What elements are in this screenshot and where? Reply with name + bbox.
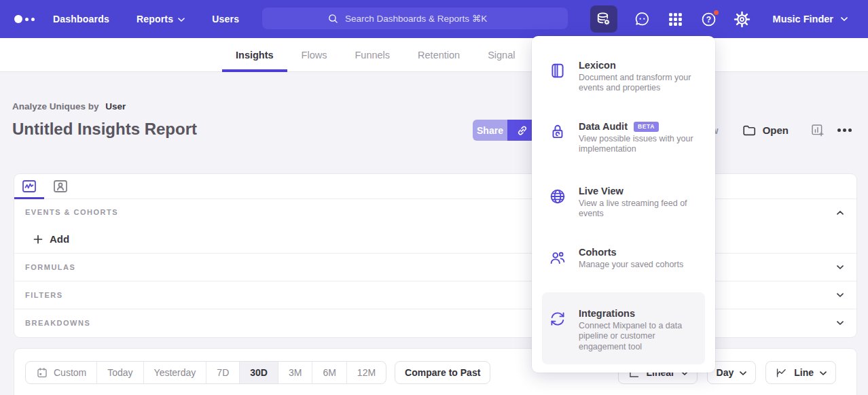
apps-grid-button[interactable] — [667, 11, 684, 28]
notification-dot — [712, 9, 720, 16]
gear-icon — [734, 11, 751, 28]
menu-title: Live View — [579, 186, 694, 196]
range-today[interactable]: Today — [96, 362, 143, 383]
primary-nav: Dashboards Reports Users — [53, 14, 239, 24]
add-button[interactable]: Add — [33, 233, 69, 245]
range-3m[interactable]: 3M — [278, 362, 312, 383]
section-breakdowns[interactable]: BREAKDOWNS — [14, 309, 856, 337]
nav-reports[interactable]: Reports — [137, 14, 185, 24]
section-filters[interactable]: FILTERS — [14, 281, 856, 309]
svg-text:?: ? — [706, 14, 710, 24]
nav-dashboards-label: Dashboards — [53, 14, 109, 24]
globe-icon — [549, 188, 566, 205]
open-label: Open — [763, 124, 789, 136]
menu-item-live-view[interactable]: Live View View a live streaming feed of … — [542, 179, 705, 226]
chart-type-selector[interactable]: Line — [765, 361, 836, 384]
data-management-dropdown: Lexicon Document and transform your even… — [532, 36, 715, 373]
add-label: Add — [50, 233, 69, 245]
share-button[interactable]: Share — [473, 120, 507, 141]
menu-title: Integrations — [579, 308, 694, 319]
beta-badge: BETA — [634, 122, 659, 132]
tab-insights[interactable]: Insights — [236, 38, 274, 72]
page-title[interactable]: Untitled Insights Report — [12, 120, 197, 139]
menu-description: View a live streaming feed of events — [579, 199, 694, 220]
line-chart-icon — [775, 366, 788, 379]
events-cohorts-label: EVENTS & COHORTS — [25, 208, 118, 216]
metrics-chart-icon — [21, 178, 37, 194]
report-tabbar: Insights Flows Funnels Retention Signal … — [0, 38, 868, 72]
range-6m[interactable]: 6M — [312, 362, 346, 383]
menu-title: Data Audit BETA — [579, 121, 694, 132]
link-icon — [516, 124, 529, 137]
nav-dashboards[interactable]: Dashboards — [53, 14, 109, 24]
builder-view-tabs — [14, 174, 856, 199]
profiles-view-tab[interactable] — [51, 177, 69, 196]
cohorts-people-icon — [549, 249, 566, 267]
share-cluster: Share — [473, 120, 537, 141]
plus-icon — [33, 234, 43, 245]
nav-users-label: Users — [212, 14, 239, 24]
tab-flows[interactable]: Flows — [302, 38, 327, 72]
add-event-row: Add — [14, 225, 856, 253]
section-events-cohorts[interactable]: EVENTS & COHORTS — [14, 199, 856, 225]
section-formulas[interactable]: FORMULAS — [14, 253, 856, 281]
search-icon — [327, 13, 339, 24]
range-custom-label: Custom — [54, 367, 86, 378]
menu-item-cohorts[interactable]: Cohorts Manage your saved cohorts — [542, 240, 705, 277]
help-button[interactable]: ? — [700, 11, 717, 28]
chat-bubble-icon — [634, 11, 651, 28]
menu-title-text: Data Audit — [579, 121, 628, 132]
tab-funnels[interactable]: Funnels — [355, 38, 390, 72]
chevron-down-icon — [841, 17, 848, 22]
chart-type-label: Line — [794, 367, 814, 378]
search-input[interactable] — [345, 14, 503, 24]
interval-label: Day — [717, 367, 734, 378]
menu-description: Connect Mixpanel to a data pipeline or c… — [579, 321, 694, 352]
calendar-icon — [36, 366, 48, 379]
analyze-meta: Analyze Uniques by User — [12, 101, 126, 111]
settings-button[interactable] — [734, 11, 751, 28]
header-actions: New Open — [698, 120, 852, 141]
person-icon — [52, 178, 69, 194]
menu-item-integrations[interactable]: Integrations Connect Mixpanel to a data … — [542, 292, 705, 364]
chevron-down-icon[interactable] — [837, 321, 844, 326]
metrics-view-tab[interactable] — [20, 177, 38, 196]
mixpanel-logo-icon[interactable] — [14, 15, 41, 23]
global-search[interactable] — [262, 7, 568, 29]
tab-signal[interactable]: Signal — [488, 38, 515, 72]
range-12m[interactable]: 12M — [346, 362, 386, 383]
project-selector[interactable]: Music Finder — [773, 14, 848, 24]
breakdowns-label: BREAKDOWNS — [25, 319, 90, 327]
open-button[interactable]: Open — [742, 123, 789, 138]
add-to-board-icon[interactable] — [810, 123, 825, 137]
menu-description: Manage your saved cohorts — [579, 260, 694, 270]
menu-item-data-audit[interactable]: Data Audit BETA View possible issues wit… — [542, 114, 705, 162]
feedback-button[interactable] — [634, 11, 651, 28]
chevron-down-icon[interactable] — [837, 265, 844, 270]
menu-title: Lexicon — [579, 60, 694, 71]
integrations-sync-icon — [549, 310, 566, 328]
analyze-value[interactable]: User — [105, 101, 126, 111]
database-gear-icon — [595, 11, 612, 28]
chart-controls-card: Custom Today Yesterday 7D 30D 3M 6M 12M … — [14, 348, 857, 395]
chevron-down-icon[interactable] — [837, 293, 844, 298]
project-name: Music Finder — [773, 14, 833, 24]
nav-users[interactable]: Users — [212, 14, 239, 24]
nav-right-cluster: ? Music Finder — [590, 0, 848, 38]
analyze-label: Analyze Uniques by — [12, 101, 99, 111]
data-management-button[interactable] — [590, 5, 617, 33]
tab-retention[interactable]: Retention — [418, 38, 460, 72]
folder-icon — [742, 123, 757, 138]
formulas-label: FORMULAS — [25, 263, 75, 271]
range-7d[interactable]: 7D — [206, 362, 239, 383]
chevron-down-icon — [820, 371, 827, 376]
range-30d[interactable]: 30D — [239, 362, 278, 383]
top-navigation: Dashboards Reports Users — [0, 0, 868, 38]
more-options-button[interactable] — [837, 128, 852, 132]
compare-to-past-button[interactable]: Compare to Past — [395, 361, 490, 384]
range-yesterday[interactable]: Yesterday — [143, 362, 206, 383]
range-custom[interactable]: Custom — [26, 362, 96, 383]
chevron-up-icon[interactable] — [837, 210, 844, 215]
filters-label: FILTERS — [25, 291, 63, 299]
menu-item-lexicon[interactable]: Lexicon Document and transform your even… — [542, 53, 705, 101]
